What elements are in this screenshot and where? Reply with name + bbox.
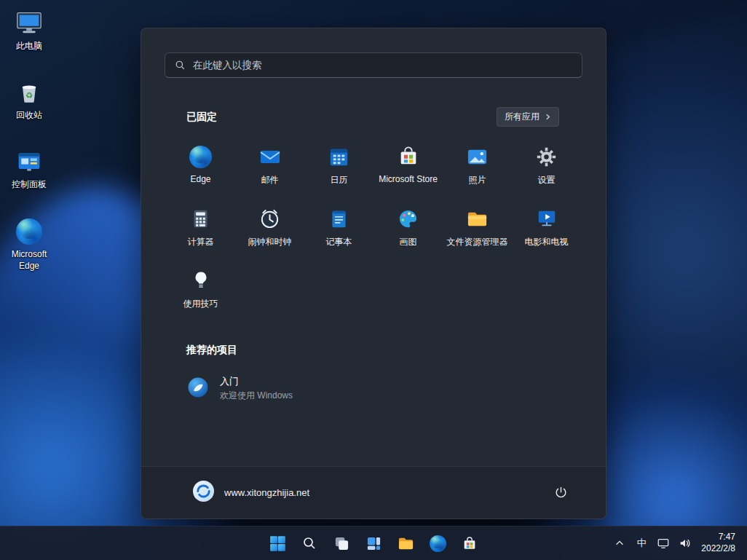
taskbar-search-button[interactable]: [295, 529, 324, 558]
control-panel-icon: [16, 146, 42, 175]
windows-logo-icon: [269, 535, 286, 552]
store-button[interactable]: [455, 529, 484, 558]
volume-button[interactable]: [675, 529, 695, 557]
desktop-icon-column: 此电脑 ♻ 回收站: [1, 7, 57, 272]
app-tile-settings[interactable]: 设置: [512, 138, 581, 200]
user-name: www.xitongzhijia.net: [224, 487, 309, 498]
desktop-icon-this-pc[interactable]: 此电脑: [1, 7, 57, 52]
desktop-icon-control-panel[interactable]: 控制面板: [1, 146, 57, 190]
app-tile-file-explorer[interactable]: 文件资源管理器: [443, 200, 512, 262]
recommended-item-get-started[interactable]: 入门 欢迎使用 Windows: [175, 368, 304, 409]
user-account-button[interactable]: www.xitongzhijia.net: [185, 476, 317, 510]
app-tile-paint[interactable]: 画图: [374, 200, 443, 262]
desktop-icon-label: 控制面板: [12, 178, 47, 190]
calculator-icon: [190, 206, 211, 231]
chevron-right-icon: [545, 114, 551, 120]
desktop-icon-label: 回收站: [16, 109, 42, 121]
app-tile-photos[interactable]: 照片: [443, 138, 512, 200]
network-icon: [657, 537, 670, 550]
edge-icon: [430, 535, 446, 552]
tips-lightbulb-icon: [191, 268, 211, 293]
start-menu: 在此键入以搜索 已固定 所有应用 Edge 邮件: [141, 28, 606, 519]
app-tile-tips[interactable]: 使用技巧: [166, 262, 235, 324]
folder-icon: [466, 206, 489, 231]
tray-overflow-button[interactable]: [609, 529, 630, 557]
desktop-icon-microsoft-edge[interactable]: Microsoft Edge: [1, 216, 57, 272]
alarm-clock-icon: [258, 206, 281, 231]
edge-icon: [16, 216, 42, 245]
network-button[interactable]: [653, 529, 673, 557]
edge-icon: [189, 144, 212, 169]
app-tile-movies-tv[interactable]: 电影和电视: [512, 200, 581, 262]
start-button[interactable]: [263, 529, 292, 558]
pinned-section-title: 已固定: [186, 111, 217, 124]
task-view-button[interactable]: [327, 529, 356, 558]
start-menu-footer: www.xitongzhijia.net: [141, 466, 606, 518]
app-tile-calendar[interactable]: 日历: [304, 138, 374, 200]
app-tile-notepad[interactable]: 记事本: [304, 200, 374, 262]
store-icon: [398, 144, 419, 169]
user-avatar: [192, 480, 215, 505]
power-icon: [554, 486, 568, 500]
this-pc-icon: [15, 7, 43, 36]
photos-icon: [466, 144, 489, 169]
movies-tv-icon: [536, 206, 558, 231]
app-tile-calculator[interactable]: 计算器: [166, 200, 235, 262]
desktop-icon-recycle-bin[interactable]: ♻ 回收站: [1, 76, 57, 121]
system-tray: 中 7:47 2022/2/8: [609, 527, 744, 560]
search-icon: [175, 60, 186, 71]
folder-icon: [398, 535, 414, 552]
taskbar: 中 7:47 2022/2/8: [0, 526, 747, 560]
edge-button[interactable]: [423, 529, 452, 558]
task-view-icon: [334, 536, 349, 551]
desktop-icon-label: 此电脑: [16, 40, 42, 52]
file-explorer-button[interactable]: [391, 529, 420, 558]
taskbar-clock[interactable]: 7:47 2022/2/8: [697, 529, 744, 557]
store-icon: [462, 535, 478, 551]
clock-date: 2022/2/8: [701, 543, 735, 555]
pinned-app-grid: Edge 邮件: [166, 138, 581, 324]
mail-icon: [258, 144, 282, 169]
clock-time: 7:47: [701, 532, 735, 543]
ime-indicator[interactable]: 中: [631, 529, 652, 557]
desktop: 此电脑 ♻ 回收站: [0, 0, 747, 560]
desktop-icon-label: Microsoft Edge: [1, 248, 57, 272]
svg-text:♻: ♻: [25, 90, 33, 100]
notepad-icon: [328, 206, 349, 231]
all-apps-label: 所有应用: [505, 111, 540, 123]
all-apps-button[interactable]: 所有应用: [497, 107, 559, 127]
app-tile-microsoft-store[interactable]: Microsoft Store: [374, 138, 443, 200]
app-tile-edge[interactable]: Edge: [166, 138, 235, 200]
calendar-icon: [328, 144, 350, 169]
taskbar-center: [263, 527, 484, 560]
recommended-section-title: 推荐的项目: [186, 344, 237, 355]
recommended-item-title: 入门: [220, 375, 293, 388]
settings-gear-icon: [536, 144, 557, 169]
search-placeholder: 在此键入以搜索: [193, 59, 262, 72]
search-input[interactable]: 在此键入以搜索: [165, 52, 582, 78]
volume-icon: [679, 537, 692, 550]
get-started-icon: [186, 376, 210, 402]
recycle-bin-icon: ♻: [16, 76, 42, 106]
app-tile-alarms-clock[interactable]: 闹钟和时钟: [235, 200, 304, 262]
widgets-icon: [366, 536, 382, 551]
search-icon: [302, 536, 317, 551]
chevron-up-icon: [614, 538, 625, 548]
app-tile-mail[interactable]: 邮件: [235, 138, 304, 200]
paint-palette-icon: [397, 206, 419, 231]
recommended-item-subtitle: 欢迎使用 Windows: [220, 390, 293, 402]
power-button[interactable]: [548, 480, 574, 506]
widgets-button[interactable]: [359, 529, 388, 558]
